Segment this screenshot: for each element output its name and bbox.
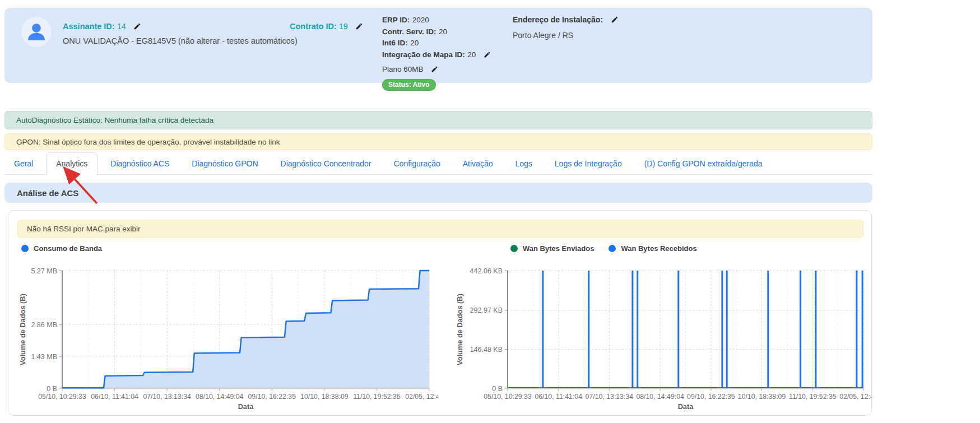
avatar: [21, 17, 52, 47]
tab-diagn-stico-concentrador[interactable]: Diagnóstico Concentrador: [271, 152, 381, 174]
chart-consumo-de-banda: Consumo de Banda 0 B1.43 MB2.86 MB5.27 M…: [17, 243, 438, 411]
svg-text:1.43 MB: 1.43 MB: [31, 353, 57, 361]
wan-bytes-chart: 0 B146.48 KB292.97 KB442.06 KB05/10, 10:…: [454, 254, 871, 411]
autodiagnostico-alert: AutoDiagnóstico Estático: Nenhuma falha …: [4, 111, 872, 129]
gpon-alert: GPON: Sinal óptico fora dos limites de o…: [4, 133, 872, 150]
tab-ativa-o[interactable]: Ativação: [453, 152, 503, 174]
contrato-id-value: 19: [339, 22, 348, 31]
tab-diagn-stico-acs[interactable]: Diagnóstico ACS: [101, 152, 179, 174]
contrato-id-label: Contrato ID:: [290, 22, 337, 31]
assinante-id-value: 14: [117, 22, 126, 31]
consumo-de-banda-chart: 0 B1.43 MB2.86 MB5.27 MB05/10, 10:29:330…: [17, 254, 438, 411]
svg-text:5.27 MB: 5.27 MB: [31, 267, 57, 275]
svg-text:06/10, 11:41:04: 06/10, 11:41:04: [535, 393, 582, 401]
legend-label: Wan Bytes Enviados: [523, 244, 594, 253]
tab-diagn-stico-gpon[interactable]: Diagnóstico GPON: [182, 152, 267, 174]
svg-text:06/10, 11:41:04: 06/10, 11:41:04: [91, 393, 138, 401]
plano-label: Plano 60MB: [382, 65, 424, 73]
edit-contrato-button[interactable]: [355, 22, 363, 32]
chart-legend: Wan Bytes EnviadosWan Bytes Recebidos: [454, 243, 871, 253]
tab-analytics[interactable]: Analytics: [46, 152, 97, 175]
rssi-alert-text: Não há RSSI por MAC para exibir: [27, 225, 141, 233]
svg-text:0 B: 0 B: [47, 385, 57, 393]
tab-logs-de-integra-o[interactable]: Logs de Integração: [545, 152, 631, 174]
legend-dot: [21, 245, 29, 252]
svg-text:Volume de Dados (B): Volume de Dados (B): [456, 294, 464, 365]
tab-logs[interactable]: Logs: [505, 152, 541, 174]
svg-text:09/10, 16:22:35: 09/10, 16:22:35: [687, 393, 735, 401]
analytics-card: Não há RSSI por MAC para exibir Consumo …: [8, 210, 872, 416]
int6-id-label: Int6 ID:: [382, 39, 408, 47]
svg-text:09/10, 16:22:35: 09/10, 16:22:35: [248, 393, 296, 401]
legend-item-wan-bytes-recebidos: Wan Bytes Recebidos: [609, 244, 696, 253]
svg-text:11/10, 19:52:35: 11/10, 19:52:35: [789, 393, 837, 401]
svg-text:442.06 KB: 442.06 KB: [470, 267, 503, 275]
rssi-alert: Não há RSSI por MAC para exibir: [17, 220, 863, 238]
chart-legend: Consumo de Banda: [17, 243, 438, 253]
int6-id-value: 20: [410, 39, 419, 47]
svg-text:2.86 MB: 2.86 MB: [31, 321, 57, 329]
pencil-icon: [611, 16, 619, 24]
edit-assinante-button[interactable]: [133, 22, 141, 32]
svg-text:02/05, 12:47:10: 02/05, 12:47:10: [405, 393, 438, 401]
legend-item-consumo-de-banda: Consumo de Banda: [21, 244, 102, 253]
chart-wan-bytes: Wan Bytes EnviadosWan Bytes Recebidos 0 …: [454, 243, 871, 411]
svg-text:05/10, 10:29:33: 05/10, 10:29:33: [38, 393, 86, 401]
svg-text:10/10, 18:38:09: 10/10, 18:38:09: [738, 393, 786, 401]
section-title: Análise de ACS: [17, 188, 78, 198]
pencil-icon: [355, 22, 363, 30]
svg-text:02/05, 12:47:10: 02/05, 12:47:10: [839, 393, 871, 401]
svg-text:11/10, 19:52:35: 11/10, 19:52:35: [353, 393, 401, 401]
svg-text:10/10, 18:38:09: 10/10, 18:38:09: [300, 393, 349, 401]
legend-item-wan-bytes-enviados: Wan Bytes Enviados: [510, 244, 594, 253]
legend-dot: [609, 245, 616, 252]
svg-text:Data: Data: [238, 402, 254, 411]
edit-plano-button[interactable]: [431, 64, 438, 76]
edit-mapa-button[interactable]: [484, 50, 491, 61]
svg-text:05/10, 10:29:33: 05/10, 10:29:33: [484, 393, 532, 401]
tab-d-config-gpon-extra-da-gerada[interactable]: (D) Config GPON extraída/gerada: [635, 152, 772, 174]
subscriber-name: ONU VALIDAÇÃO - EG8145V5 (não alterar - …: [63, 36, 298, 45]
erp-id-label: ERP ID:: [382, 16, 410, 24]
edit-endereco-button[interactable]: [611, 15, 619, 26]
contr-serv-id-label: Contr. Serv. ID:: [382, 27, 436, 36]
svg-text:146.48 KB: 146.48 KB: [470, 346, 503, 354]
gpon-alert-text: GPON: Sinal óptico fora dos limites de o…: [16, 138, 280, 146]
svg-text:08/10, 14:49:04: 08/10, 14:49:04: [636, 393, 684, 401]
endereco-value: Porto Alegre / RS: [513, 31, 619, 40]
section-header: Análise de ACS: [4, 183, 872, 203]
erp-id-value: 2020: [412, 16, 429, 24]
svg-text:292.97 KB: 292.97 KB: [470, 306, 503, 314]
svg-text:Volume de Dados (B): Volume de Dados (B): [18, 294, 27, 365]
pencil-icon: [133, 22, 141, 30]
svg-text:Data: Data: [678, 402, 694, 411]
pencil-icon: [484, 51, 491, 58]
endereco-label: Endereço de Instalação:: [513, 15, 603, 24]
legend-dot: [510, 245, 518, 252]
contr-serv-id-value: 20: [439, 27, 447, 36]
subscriber-header-card: Assinante ID: 14 ONU VALIDAÇÃO - EG8145V…: [4, 8, 872, 83]
status-badge: Status: Ativo: [382, 79, 436, 91]
person-icon: [25, 20, 48, 44]
svg-text:07/10, 13:13:34: 07/10, 13:13:34: [586, 393, 634, 401]
tab-geral[interactable]: Geral: [4, 152, 43, 174]
svg-text:0 B: 0 B: [492, 385, 503, 393]
pencil-icon: [431, 66, 438, 73]
tab-configura-o[interactable]: Configuração: [384, 152, 449, 174]
legend-label: Wan Bytes Recebidos: [621, 244, 696, 253]
autodiagnostico-alert-text: AutoDiagnóstico Estático: Nenhuma falha …: [16, 116, 213, 124]
mapa-id-value: 20: [467, 50, 476, 59]
legend-label: Consumo de Banda: [34, 244, 102, 253]
assinante-id-label: Assinante ID:: [63, 22, 115, 31]
svg-text:07/10, 13:13:34: 07/10, 13:13:34: [143, 393, 191, 401]
tab-bar: GeralAnalyticsDiagnóstico ACSDiagnóstico…: [4, 152, 872, 175]
mapa-id-label: Integração de Mapa ID:: [382, 50, 465, 59]
svg-text:08/10, 14:49:04: 08/10, 14:49:04: [196, 393, 244, 401]
